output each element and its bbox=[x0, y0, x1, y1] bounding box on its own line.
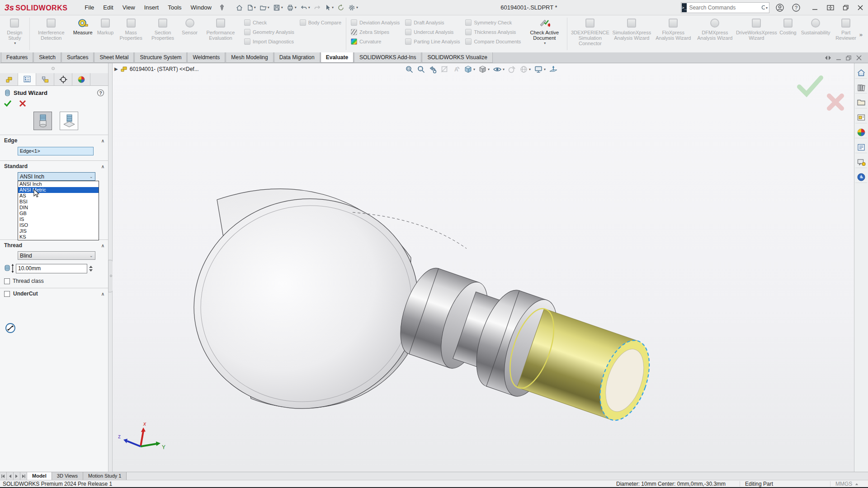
standard-option[interactable]: AS bbox=[18, 193, 99, 199]
tab-dimxpert[interactable] bbox=[54, 73, 72, 85]
standard-option-highlighted[interactable]: ANSI Metric bbox=[18, 187, 99, 193]
minimize-button[interactable] bbox=[809, 2, 821, 14]
chevron-down-icon[interactable]: ▾ bbox=[766, 6, 768, 10]
tab-3d-views[interactable]: 3D Views bbox=[52, 472, 83, 480]
section-view-button[interactable] bbox=[439, 64, 450, 75]
restore-button[interactable] bbox=[840, 2, 852, 14]
tab-features[interactable]: Features bbox=[1, 52, 33, 63]
ribbon-import-diagnostics[interactable]: Import Diagnostics bbox=[241, 37, 297, 46]
ribbon-part-reviewer[interactable]: Part Reviewer bbox=[832, 17, 859, 41]
ribbon-overflow-button[interactable]: » bbox=[859, 31, 866, 38]
thread-class-checkbox[interactable] bbox=[4, 278, 10, 284]
spinner-up-icon[interactable] bbox=[89, 266, 93, 268]
collapse-chevron-icon[interactable]: ∧ bbox=[101, 138, 104, 143]
tab-sheet-metal[interactable]: Sheet Metal bbox=[94, 52, 134, 63]
apply-scene-button[interactable]: ▾ bbox=[519, 64, 532, 75]
hide-show-items-button[interactable]: ▾ bbox=[492, 64, 505, 75]
view-settings-button[interactable]: ▾ bbox=[533, 64, 547, 75]
restore-document-icon[interactable] bbox=[846, 55, 852, 61]
sw-connected-button[interactable] bbox=[855, 171, 867, 183]
arrange-panes-button[interactable] bbox=[825, 2, 836, 14]
thread-depth-input[interactable] bbox=[16, 264, 87, 273]
expand-arrow-icon[interactable]: ▶ bbox=[114, 66, 118, 71]
close-button[interactable] bbox=[854, 2, 866, 14]
ribbon-markup[interactable]: Markup bbox=[95, 17, 116, 36]
panel-top-splitter[interactable] bbox=[0, 63, 108, 73]
print-button[interactable]: ▾ bbox=[285, 2, 298, 13]
select-button[interactable]: ▾ bbox=[323, 2, 335, 13]
menu-window[interactable]: Window bbox=[186, 0, 216, 15]
display-style-button[interactable]: ▾ bbox=[477, 64, 491, 75]
tab-structure-system[interactable]: Structure System bbox=[134, 52, 187, 63]
resources-home-button[interactable] bbox=[855, 67, 867, 79]
ok-button[interactable] bbox=[4, 100, 12, 107]
ribbon-sustainability[interactable]: Sustainability bbox=[799, 17, 833, 36]
tab-weldments[interactable]: Weldments bbox=[187, 52, 225, 63]
edge-selection-box[interactable]: Edge<1> bbox=[18, 147, 94, 155]
tab-motion-study[interactable]: Motion Study 1 bbox=[83, 472, 127, 480]
previous-tab-button[interactable] bbox=[7, 472, 14, 480]
options-button[interactable]: ▾ bbox=[347, 2, 359, 13]
ribbon-interference-detection[interactable]: Interference Detection bbox=[32, 17, 71, 41]
tab-feature-manager[interactable] bbox=[0, 73, 18, 85]
standard-option[interactable]: KS bbox=[18, 234, 99, 240]
standard-select[interactable]: ANSI Inch⌄ bbox=[18, 172, 95, 181]
last-tab-button[interactable] bbox=[20, 472, 27, 480]
standard-option[interactable]: JIS bbox=[18, 228, 99, 234]
pin-menu-icon[interactable] bbox=[219, 4, 225, 11]
tab-display-manager[interactable] bbox=[72, 73, 90, 85]
ribbon-driveworksxpress[interactable]: DriveWorksXpress Wizard bbox=[736, 17, 777, 41]
menu-tools[interactable]: Tools bbox=[163, 0, 186, 15]
tab-solidworks-visualize[interactable]: SOLIDWORKS Visualize bbox=[422, 52, 493, 63]
ribbon-thickness-analysis[interactable]: Thickness Analysis bbox=[462, 27, 524, 37]
tab-sketch[interactable]: Sketch bbox=[33, 52, 61, 63]
units-selector[interactable]: MMGS bbox=[835, 481, 859, 487]
help-button[interactable]: ? bbox=[790, 2, 802, 14]
tab-mesh-modeling[interactable]: Mesh Modeling bbox=[226, 52, 273, 63]
feature-breadcrumb[interactable]: ▶ 60194001- (START) <<Def... bbox=[114, 66, 199, 72]
ribbon-compare-documents[interactable]: Compare Documents bbox=[462, 37, 524, 46]
cancel-button[interactable] bbox=[19, 100, 26, 107]
ribbon-measure[interactable]: Measure bbox=[71, 17, 95, 36]
help-icon[interactable]: ? bbox=[97, 89, 104, 97]
tab-solidworks-add-ins[interactable]: SOLIDWORKS Add-Ins bbox=[354, 52, 421, 63]
depth-spinner[interactable] bbox=[89, 266, 93, 272]
rebuild-button[interactable] bbox=[336, 2, 346, 13]
ribbon-design-study[interactable]: Design Study ▾ bbox=[2, 17, 28, 47]
ribbon-deviation-analysis[interactable]: Deviation Analysis bbox=[348, 18, 402, 27]
ribbon-floxpress[interactable]: FloXpress Analysis Wizard bbox=[652, 17, 694, 41]
custom-properties-button[interactable] bbox=[855, 141, 867, 153]
collapse-chevron-icon[interactable]: ∧ bbox=[101, 243, 104, 248]
3d-drawing-view-button[interactable] bbox=[548, 64, 559, 75]
search-icon[interactable] bbox=[761, 5, 765, 11]
menu-insert[interactable]: Insert bbox=[140, 0, 164, 15]
ribbon-simulationxpress[interactable]: SimulationXpress Analysis Wizard bbox=[611, 17, 652, 41]
open-document-button[interactable]: ▾ bbox=[258, 2, 271, 13]
previous-view-button[interactable] bbox=[428, 64, 438, 75]
menu-edit[interactable]: Edit bbox=[99, 0, 118, 15]
menu-file[interactable]: File bbox=[80, 0, 99, 15]
tab-evaluate[interactable]: Evaluate bbox=[321, 52, 354, 63]
ribbon-section-properties[interactable]: Section Properties bbox=[146, 17, 179, 41]
undercut-checkbox[interactable] bbox=[4, 291, 10, 297]
view-palette-button[interactable] bbox=[855, 112, 867, 123]
solidworks-forum-button[interactable] bbox=[855, 156, 867, 168]
collapse-chevron-icon[interactable]: ∧ bbox=[101, 291, 104, 296]
graphics-viewport[interactable]: ▶ 60194001- (START) <<Def... A ▾ ▾ ▾ ▾ ▾ bbox=[113, 63, 854, 472]
ribbon-3dexperience-simulation[interactable]: 3DEXPERIENCE Simulation Connector bbox=[569, 17, 611, 47]
tab-configurations[interactable] bbox=[36, 73, 54, 85]
search-input[interactable] bbox=[687, 5, 761, 11]
menu-view[interactable]: View bbox=[118, 0, 140, 15]
undo-button[interactable]: ▾ bbox=[299, 2, 311, 13]
file-explorer-button[interactable] bbox=[855, 97, 867, 108]
first-tab-button[interactable] bbox=[0, 472, 7, 480]
user-account-button[interactable] bbox=[774, 2, 786, 14]
part-model[interactable] bbox=[113, 63, 854, 472]
expand-panes-icon[interactable] bbox=[825, 55, 831, 61]
stud-on-cylinder-button[interactable] bbox=[33, 112, 52, 130]
close-document-icon[interactable] bbox=[856, 55, 862, 61]
ribbon-body-compare[interactable]: Body Compare bbox=[297, 18, 344, 27]
standard-option[interactable]: GB bbox=[18, 211, 99, 216]
standard-option[interactable]: DIN bbox=[18, 205, 99, 211]
ribbon-costing[interactable]: Costing bbox=[777, 17, 798, 36]
